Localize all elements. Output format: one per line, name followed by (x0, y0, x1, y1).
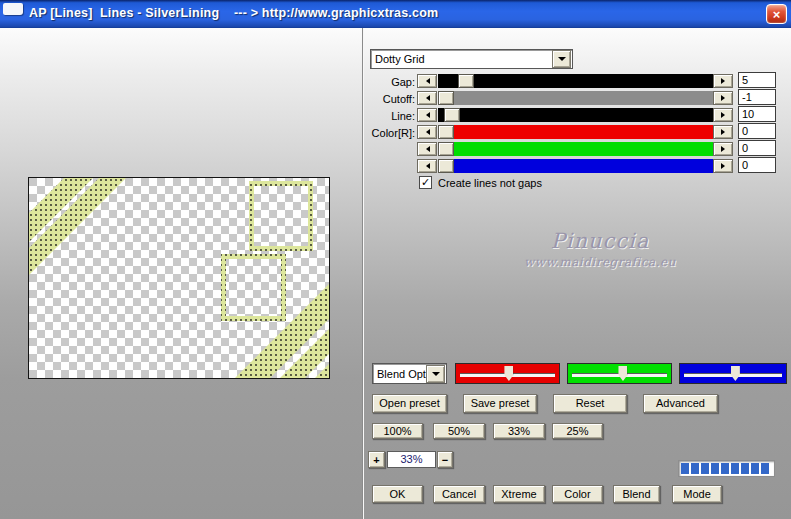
ok-button[interactable]: OK (372, 485, 423, 503)
color-b-value-field[interactable]: 0 (738, 157, 776, 173)
zoom-25-button[interactable]: 25% (552, 423, 603, 439)
color-g-slider-thumb[interactable] (438, 142, 454, 156)
cutoff-slider-track[interactable] (438, 91, 713, 105)
xtreme-button[interactable]: Xtreme (493, 485, 545, 503)
watermark-url: www.maidiregrafica.eu (490, 255, 710, 269)
gap-value-field[interactable]: 5 (738, 72, 776, 88)
checkmark-icon: ✓ (421, 177, 430, 188)
color-g-right-arrow[interactable] (713, 142, 733, 156)
watermark-name: Pinuccia (490, 229, 710, 253)
chevron-down-icon[interactable] (552, 50, 571, 68)
color-b-slider-track[interactable] (438, 159, 713, 173)
gap-slider-track[interactable] (438, 74, 713, 88)
green-blend-thumb[interactable] (618, 366, 627, 381)
color-r-slider-track[interactable] (438, 125, 713, 139)
red-blend-slider[interactable] (455, 363, 560, 384)
progress-segment (681, 463, 689, 474)
blend-options-dropdown[interactable]: Blend Opti (372, 363, 447, 384)
progress-segment (751, 463, 759, 474)
param-label-gap: Gap: (310, 75, 415, 89)
cutoff-left-arrow[interactable] (417, 91, 437, 105)
progress-segment (711, 463, 719, 474)
watermark: Pinuccia www.maidiregrafica.eu (490, 229, 710, 269)
zoom-100-button[interactable]: 100% (372, 423, 423, 439)
line-slider-thumb[interactable] (444, 108, 460, 122)
close-button[interactable]: × (766, 4, 787, 24)
color-r-slider-thumb[interactable] (438, 125, 454, 139)
preview-panel (28, 177, 330, 379)
blend-button[interactable]: Blend (613, 485, 660, 503)
line-right-arrow[interactable] (713, 108, 733, 122)
zoom-level-field[interactable]: 33% (387, 451, 436, 468)
color-b-slider-thumb[interactable] (438, 159, 454, 173)
progress-segment (761, 463, 769, 474)
param-label-line: Line: (310, 109, 415, 123)
color-r-right-arrow[interactable] (713, 125, 733, 139)
mode-button[interactable]: Mode (672, 485, 722, 503)
app-icon (3, 3, 23, 15)
open-preset-button[interactable]: Open preset (372, 394, 447, 413)
plugin-dialog: AP [Lines] Lines - SilverLining --- > ht… (0, 0, 791, 519)
param-label-color-r: Color[R]: (310, 126, 415, 140)
reset-button[interactable]: Reset (553, 394, 627, 413)
effect-preset-value: Dotty Grid (371, 53, 552, 65)
progress-segment (701, 463, 709, 474)
color-button[interactable]: Color (552, 485, 603, 503)
title-bar: AP [Lines] Lines - SilverLining --- > ht… (0, 0, 791, 28)
create-lines-label: Create lines not gaps (438, 177, 542, 189)
zoom-50-button[interactable]: 50% (433, 423, 485, 439)
line-left-arrow[interactable] (417, 108, 437, 122)
save-preset-button[interactable]: Save preset (463, 394, 537, 413)
progress-bar (678, 460, 775, 477)
progress-segment (721, 463, 729, 474)
green-blend-slider[interactable] (567, 363, 672, 384)
window-title: AP [Lines] Lines - SilverLining --- > ht… (29, 6, 438, 20)
preview-image (29, 178, 329, 378)
chevron-down-icon[interactable] (426, 365, 445, 383)
close-icon: × (773, 8, 781, 21)
color-g-slider-track[interactable] (438, 142, 713, 156)
cutoff-slider-thumb[interactable] (438, 91, 454, 105)
line-slider-track[interactable] (438, 108, 713, 122)
gap-left-arrow[interactable] (417, 74, 437, 88)
advanced-button[interactable]: Advanced (643, 394, 718, 413)
gap-right-arrow[interactable] (713, 74, 733, 88)
zoom-33-button[interactable]: 33% (493, 423, 545, 439)
color-r-value-field[interactable]: 0 (738, 123, 776, 139)
line-value-field[interactable]: 10 (738, 106, 776, 122)
color-r-left-arrow[interactable] (417, 125, 437, 139)
color-g-left-arrow[interactable] (417, 142, 437, 156)
progress-segment (691, 463, 699, 474)
color-b-left-arrow[interactable] (417, 159, 437, 173)
blue-blend-slider[interactable] (679, 363, 787, 384)
blend-options-value: Blend Opti (373, 368, 426, 380)
gap-slider-thumb[interactable] (458, 74, 474, 88)
zoom-out-button[interactable]: − (437, 451, 453, 468)
cancel-button[interactable]: Cancel (433, 485, 485, 503)
effect-preset-dropdown[interactable]: Dotty Grid (370, 49, 573, 69)
blue-blend-thumb[interactable] (731, 366, 740, 381)
cutoff-right-arrow[interactable] (713, 91, 733, 105)
zoom-in-button[interactable]: + (368, 451, 385, 468)
color-g-value-field[interactable]: 0 (738, 140, 776, 156)
red-blend-thumb[interactable] (504, 366, 513, 381)
color-b-right-arrow[interactable] (713, 159, 733, 173)
cutoff-value-field[interactable]: -1 (738, 89, 776, 105)
param-label-cutoff: Cutoff: (310, 92, 415, 106)
progress-segment (731, 463, 739, 474)
progress-segment (741, 463, 749, 474)
create-lines-checkbox[interactable]: ✓ (419, 176, 432, 189)
